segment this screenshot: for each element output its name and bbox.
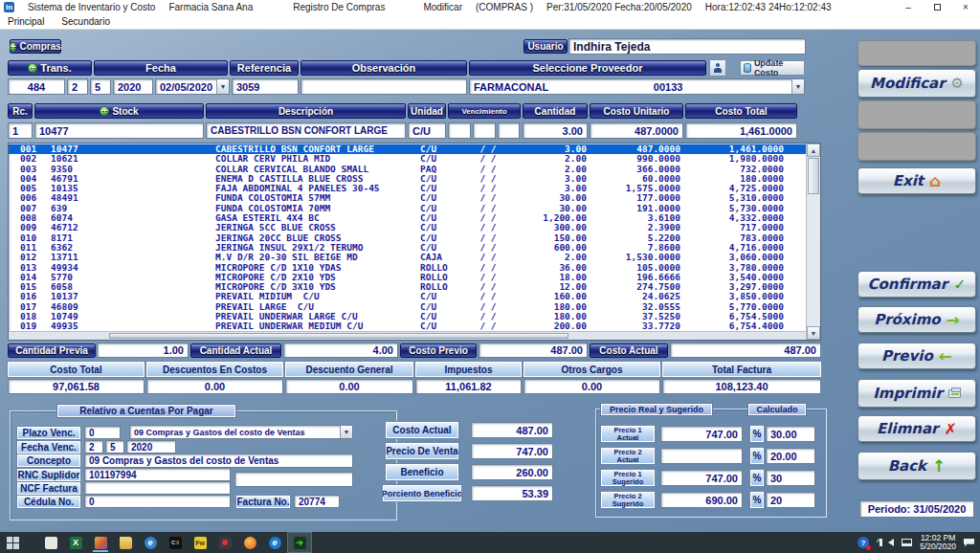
taskbar-file-explorer[interactable] [113, 532, 138, 553]
taskbar-paint[interactable] [88, 532, 113, 553]
maximize-button[interactable] [923, 0, 951, 14]
action-center-icon[interactable] [964, 539, 974, 547]
taskbar-notes[interactable] [38, 532, 63, 553]
list-row[interactable]: 0116362JERINGA INSUL 29X1/2 TERUMOC/U/ /… [9, 243, 806, 253]
pct-button[interactable]: % [750, 426, 764, 442]
cuenta-dropdown[interactable]: 09 Compras y Gastos del costo de Ventas … [129, 425, 353, 439]
trans-header-button[interactable]: + Trans. [8, 60, 92, 76]
chevron-down-icon[interactable]: ▼ [791, 79, 804, 94]
fv-anio-field[interactable]: 2020 [126, 440, 176, 453]
pct-button[interactable]: % [750, 492, 764, 508]
fv-mes-field[interactable]: 5 [105, 440, 124, 453]
taskbar-app-active[interactable]: ➔ [287, 532, 312, 553]
list-row[interactable]: 00210621COLLAR CERV PHILA MIDC/U/ /2.009… [9, 154, 806, 164]
anio-field[interactable]: 2020 [113, 78, 153, 95]
close-button[interactable]: × [951, 0, 980, 14]
usuario-input[interactable]: Indhira Tejeda [568, 38, 806, 55]
list-row[interactable]: 0145770MICROPORE C/D 2X10 YDSROLLO/ /18.… [9, 273, 806, 282]
exit-button[interactable]: Exit ⌂ [858, 167, 976, 194]
precio2-actual-pct[interactable]: 20.00 [766, 448, 815, 464]
costo-previo-field[interactable]: 487.00 [479, 343, 588, 358]
list-row[interactable]: 00446791ENEMA D CASTILLA BLUE CROSSC/U/ … [9, 174, 806, 184]
cur-venc-dia[interactable] [448, 122, 471, 139]
eliminar-button[interactable]: Elimnar ✗ [858, 415, 976, 442]
menu-principal[interactable]: Principal [8, 16, 44, 27]
scrollbar-thumb[interactable] [808, 158, 819, 194]
precio-venta-field[interactable]: 747.00 [471, 443, 553, 459]
taskbar-edge[interactable]: e [262, 532, 287, 553]
horizontal-scrollbar[interactable] [9, 331, 806, 340]
concepto-field[interactable]: 09 Compras y Gastos del costo de Ventas [84, 453, 353, 468]
porciento-beneficio-field[interactable]: 53.39 [471, 485, 553, 501]
confirmar-button[interactable]: Confirmar ✓ [858, 271, 976, 298]
cantidad-actual-field[interactable]: 4.00 [283, 343, 398, 358]
compras-button[interactable]: + Compras [10, 39, 61, 54]
scroll-up-icon[interactable]: ▲ [807, 144, 820, 157]
taskbar-clock[interactable]: 12:02 PM 5/20/2020 [920, 534, 956, 551]
costo-actual-field[interactable]: 487.00 [471, 422, 553, 438]
proveedor-combo[interactable]: FARMACONAL 00133 ▼ [469, 78, 805, 95]
list-row[interactable]: 00110477CABESTRILLO BSN CONFORT LARGEC/U… [9, 144, 806, 154]
rnc-suplidor-field[interactable]: 101197994 [84, 468, 231, 481]
cur-cantidad[interactable]: 3.00 [523, 122, 588, 139]
taskbar-excel[interactable]: X [63, 532, 88, 553]
referencia-field[interactable]: 3059 [232, 78, 299, 95]
costo-actual-bar-field[interactable]: 487.00 [670, 343, 821, 358]
precio2-sugerido-pct[interactable]: 20 [766, 492, 815, 508]
precio1-actual-field[interactable]: 747.00 [660, 426, 743, 442]
precio1-sugerido-pct[interactable]: 30 [766, 470, 815, 486]
hscrollbar-thumb[interactable] [109, 333, 568, 339]
ncf-factura-field[interactable] [84, 481, 231, 495]
previo-button[interactable]: Previo ← [858, 343, 976, 369]
list-row[interactable]: 01949935PREVAIL UNDERWAR MEDIUM C/UC/U/ … [9, 321, 806, 331]
taskbar-firefox[interactable] [237, 532, 262, 553]
list-row[interactable]: 01746809PREVAIL LARGE C/UC/U/ /180.0032.… [9, 302, 806, 312]
cedula-field[interactable]: 0 [84, 495, 231, 508]
cur-descripcion[interactable]: CABESTRILLO BSN CONFORT LARGE [206, 122, 406, 139]
supplier-lookup-button[interactable] [709, 59, 726, 77]
menu-secundario[interactable]: Secundario [61, 16, 110, 27]
chevron-down-icon[interactable]: ▼ [340, 426, 352, 438]
taskbar-recorder[interactable] [212, 532, 237, 553]
dia-field[interactable]: 2 [67, 78, 88, 95]
chevron-down-icon[interactable]: ▼ [216, 79, 229, 94]
aux-field[interactable] [234, 472, 353, 487]
factura-no-field[interactable]: 20774 [294, 495, 340, 508]
minimize-button[interactable]: – [894, 0, 923, 14]
pct-button[interactable]: % [750, 470, 764, 486]
cur-costo-total[interactable]: 1,461.0000 [685, 122, 797, 139]
help-tray-icon[interactable]: ? [858, 537, 869, 548]
modificar-button[interactable]: Modificar ⚙ [858, 69, 976, 98]
cantidad-previa-field[interactable]: 1.00 [97, 343, 189, 358]
list-row[interactable]: 01349934MICROPORE C/D 1X10 YDASROLLO/ /3… [9, 263, 806, 273]
network-icon[interactable] [902, 539, 912, 546]
cur-stock[interactable]: 10477 [34, 122, 204, 139]
cur-venc-mes[interactable] [473, 122, 496, 139]
list-row[interactable]: 00510135FAJA ABDOMINAL 4 PANELES 30-45C/… [9, 184, 806, 193]
cur-costo-unitario[interactable]: 487.0000 [590, 122, 683, 139]
plazo-venc-field[interactable]: 0 [84, 426, 121, 439]
start-button[interactable] [0, 532, 25, 553]
list-row[interactable]: 0039350COLLAR CERVICAL BLANDO SMALLPAQ/ … [9, 165, 806, 174]
trans-no-field[interactable]: 484 [8, 78, 65, 95]
precio1-sugerido-field[interactable]: 747.00 [660, 470, 743, 486]
fecha-dropdown[interactable]: 02/05/2020 ▼ [155, 78, 230, 95]
precio2-sugerido-field[interactable]: 690.00 [660, 492, 743, 508]
fv-dia-field[interactable]: 2 [84, 440, 103, 453]
precio1-actual-pct[interactable]: 30.00 [766, 426, 815, 442]
pct-button[interactable]: % [750, 448, 764, 464]
list-row[interactable]: 01213711M.V D/R 20-30 SIL BEIGE MDCAJA/ … [9, 253, 806, 262]
list-row[interactable]: 0156058MICROPORE C/D 3X10 YDSROLLO/ /12.… [9, 282, 806, 292]
back-button[interactable]: Back ↑ [858, 452, 976, 480]
observacion-field[interactable] [301, 78, 467, 95]
list-row[interactable]: 01610137PREVAIL MIDIUM C/UC/U/ /160.0024… [9, 292, 806, 301]
taskbar-fireworks[interactable]: Fw [188, 532, 212, 553]
vertical-scrollbar[interactable]: ▲ ▼ [806, 144, 820, 340]
beneficio-field[interactable]: 260.00 [471, 464, 553, 480]
cur-venc-anio[interactable] [498, 122, 520, 139]
col-stock[interactable]: + Stock [34, 103, 204, 119]
list-row[interactable]: 01810749PREVAIL UNDERWAR LARGE C/UC/U/ /… [9, 312, 806, 321]
mes-field[interactable]: 5 [90, 78, 111, 95]
list-row[interactable]: 0086074GASA ESTERIL 4X4 BCC/U/ /1,200.00… [9, 213, 806, 223]
precio2-actual-field[interactable] [660, 448, 743, 464]
